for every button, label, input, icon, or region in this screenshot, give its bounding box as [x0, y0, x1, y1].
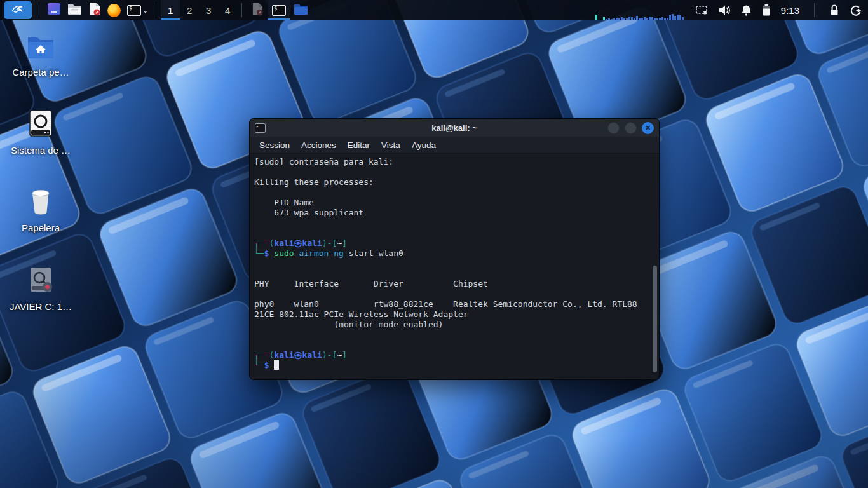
window-app-icon [47, 2, 61, 18]
close-button[interactable]: ✕ [642, 122, 654, 134]
maximize-button[interactable] [625, 122, 637, 134]
desktop-icon-label: Papelera [22, 222, 60, 233]
text-editor-icon [88, 2, 101, 18]
desktop-icon-label: Sistema de … [11, 145, 71, 156]
system-monitor-graph[interactable] [595, 0, 684, 20]
launcher-firefox[interactable] [104, 0, 124, 20]
hard-drive-icon [27, 109, 54, 140]
clock[interactable]: 9:13 [781, 5, 799, 16]
top-panel: $_ ⌄ 1 2 3 4 $_ [0, 0, 868, 20]
desktop: $_ ⌄ 1 2 3 4 $_ [0, 0, 868, 488]
system-tray: 9:13 [695, 3, 862, 17]
minimize-button[interactable] [607, 122, 620, 134]
terminal-window: ▸ kali@kali: ~ ✕ Session Acciones Editar… [249, 118, 660, 380]
desktop-icon-filesystem[interactable]: Sistema de … [5, 109, 76, 156]
panel-separator [39, 3, 39, 17]
lock-screen-icon[interactable] [829, 4, 839, 16]
task-button-file-manager[interactable] [290, 0, 311, 20]
desktop-icon-label: JAVIER C: 1… [10, 301, 72, 312]
file-manager-icon [67, 3, 82, 18]
task-button-terminal[interactable]: $_ [268, 0, 290, 20]
logout-power-icon[interactable] [850, 4, 862, 17]
launcher-terminal-dropdown[interactable]: $_ ⌄ [124, 0, 151, 20]
trash-icon [29, 189, 53, 217]
kali-logo-icon [11, 2, 25, 18]
folder-icon [294, 3, 308, 18]
launcher-window-app[interactable] [44, 0, 64, 20]
terminal-lines: [sudo] contraseña para kali: Killing the… [254, 157, 659, 370]
panel-separator [814, 3, 815, 17]
terminal-icon: $_ [272, 5, 286, 16]
menu-ayuda[interactable]: Ayuda [406, 140, 442, 150]
notifications-bell-icon[interactable] [741, 4, 752, 16]
chevron-down-icon: ⌄ [142, 6, 148, 15]
desktop-icon-trash[interactable]: Papelera [5, 189, 76, 233]
terminal-icon: ▸ [255, 123, 266, 133]
terminal-menubar: Session Acciones Editar Vista Ayuda [250, 137, 659, 154]
scrollbar-thumb[interactable] [653, 266, 657, 372]
workspace-button-3[interactable]: 3 [199, 0, 218, 20]
desktop-icon-usb-volume[interactable]: JAVIER C: 1… [5, 266, 76, 312]
workspace-button-2[interactable]: 2 [180, 0, 199, 20]
terminal-output[interactable]: [sudo] contraseña para kali: Killing the… [250, 154, 659, 380]
volume-icon[interactable] [718, 4, 731, 16]
menu-acciones[interactable]: Acciones [295, 140, 342, 150]
desktop-icon-home-folder[interactable]: Carpeta pe… [5, 35, 76, 78]
text-editor-icon [252, 3, 264, 18]
terminal-icon: $_ [127, 5, 141, 16]
launcher-file-manager[interactable] [64, 0, 85, 20]
menu-vista[interactable]: Vista [376, 140, 406, 150]
display-disconnected-icon[interactable] [695, 5, 708, 16]
window-title: kali@kali: ~ [250, 123, 659, 133]
menu-session[interactable]: Session [254, 140, 295, 150]
panel-separator [241, 3, 242, 17]
task-button-text-editor[interactable] [247, 0, 268, 20]
removable-drive-icon [27, 266, 54, 296]
launcher-text-editor[interactable] [85, 0, 104, 20]
menu-editar[interactable]: Editar [342, 140, 376, 150]
workspace-button-4[interactable]: 4 [218, 0, 237, 20]
firefox-icon [107, 4, 121, 17]
desktop-icon-label: Carpeta pe… [12, 67, 69, 78]
home-folder-icon [27, 35, 55, 62]
battery-icon[interactable] [762, 4, 771, 17]
terminal-titlebar[interactable]: ▸ kali@kali: ~ ✕ [250, 119, 659, 137]
workspace-button-1[interactable]: 1 [161, 0, 180, 20]
panel-separator [156, 3, 156, 17]
kali-menu-button[interactable] [4, 1, 32, 19]
